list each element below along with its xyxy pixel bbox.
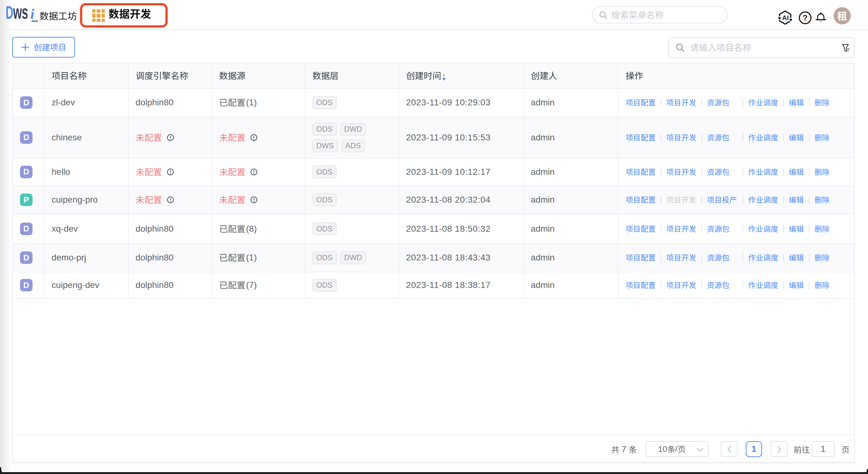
svg-text:?: ? [803, 13, 807, 22]
svg-text:AI: AI [782, 14, 789, 21]
